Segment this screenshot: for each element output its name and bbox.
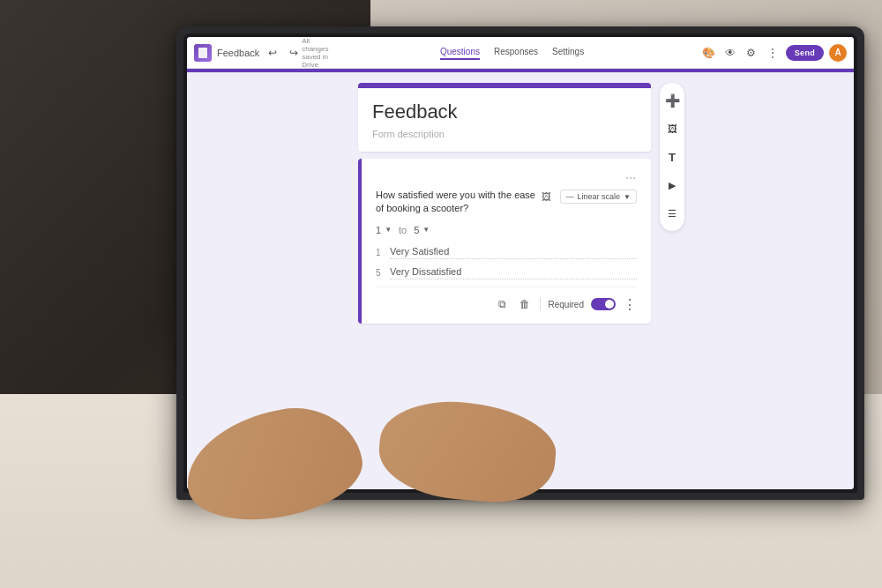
question-text[interactable]: How satisfied were you with the ease of … — [376, 189, 539, 216]
add-question-button[interactable]: ➕ — [660, 88, 684, 113]
form-title[interactable]: Feedback — [372, 100, 637, 123]
side-toolbar: ➕ 🖼 T ▶ ☰ — [654, 83, 686, 479]
question-type-dash-icon: — — [566, 192, 574, 201]
add-title-button[interactable]: T — [660, 145, 684, 169]
toolbar-card: ➕ 🖼 T ▶ ☰ — [660, 83, 684, 231]
question-image-icon[interactable]: 🖼 — [539, 189, 555, 205]
scale-to[interactable]: 5 ▼ — [414, 225, 430, 235]
add-image-button[interactable]: 🖼 — [660, 116, 684, 141]
header-tabs: Questions Responses Settings — [328, 45, 695, 60]
duplicate-icon[interactable]: ⧉ — [494, 296, 510, 312]
forms-title-text: Feedback — [217, 48, 259, 58]
laptop-body: Feedback ↩ ↪ All changes saved in Drive … — [176, 26, 864, 500]
footer-divider — [540, 297, 541, 311]
add-video-button[interactable]: ▶ — [660, 173, 684, 197]
forms-header: Feedback ↩ ↪ All changes saved in Drive … — [187, 37, 854, 69]
forms-main: Feedback Form description ⋯ How satisfie… — [187, 72, 854, 489]
scale-from-num: 1 — [376, 225, 381, 235]
send-button[interactable]: Send — [786, 45, 824, 61]
avatar[interactable]: A — [829, 44, 847, 62]
question-more-icon[interactable]: ⋯ — [625, 172, 637, 184]
required-toggle[interactable] — [591, 298, 616, 310]
delete-icon[interactable]: 🗑 — [517, 296, 533, 312]
changes-saved: All changes saved in Drive — [307, 45, 323, 61]
question-card: ⋯ How satisfied were you with the ease o… — [358, 159, 651, 324]
undo-icon[interactable]: ↩ — [265, 45, 280, 61]
scale-label-1-text[interactable]: Very Satisfied — [390, 246, 637, 259]
tab-settings[interactable]: Settings — [552, 45, 584, 60]
scale-separator: to — [399, 225, 407, 235]
scale-row: 1 ▼ to 5 ▼ — [376, 225, 637, 235]
scale-label-5-num: 5 — [376, 268, 383, 278]
scale-to-chevron: ▼ — [422, 226, 430, 234]
scale-label-5: 5 Very Dissatisfied — [376, 266, 637, 279]
tab-responses[interactable]: Responses — [494, 45, 538, 60]
question-type-select[interactable]: — Linear scale ▼ — [560, 190, 637, 204]
scale-label-1-num: 1 — [376, 248, 383, 257]
header-right: 🎨 👁 ⚙ ⋮ Send A — [701, 44, 847, 62]
form-description[interactable]: Form description — [372, 129, 637, 139]
logo-inner — [198, 48, 207, 58]
redo-icon[interactable]: ↪ — [286, 45, 302, 61]
scale-label-1: 1 Very Satisfied — [376, 246, 637, 259]
question-type-chevron: ▼ — [624, 193, 631, 201]
scale-from[interactable]: 1 ▼ — [376, 225, 392, 235]
title-card: Feedback Form description — [358, 83, 651, 152]
palette-icon[interactable]: 🎨 — [701, 45, 717, 61]
question-controls: 🖼 — Linear scale ▼ — [539, 189, 637, 205]
scale-label-5-text[interactable]: Very Dissatisfied — [390, 266, 637, 279]
scale-from-chevron: ▼ — [385, 226, 392, 234]
tab-questions[interactable]: Questions — [440, 45, 480, 60]
forms-logo — [194, 44, 212, 62]
scale-labels: 1 Very Satisfied 5 Very Dissatisfied — [376, 246, 637, 279]
scale-to-num: 5 — [414, 225, 419, 235]
add-section-button[interactable]: ☰ — [660, 201, 684, 226]
form-content-area: Feedback Form description ⋯ How satisfie… — [355, 83, 654, 479]
footer-more-icon[interactable]: ⋮ — [623, 296, 637, 313]
settings-icon[interactable]: ⚙ — [744, 45, 759, 61]
preview-icon[interactable]: 👁 — [722, 45, 738, 61]
laptop-bezel: Feedback ↩ ↪ All changes saved in Drive … — [183, 33, 857, 493]
question-footer: ⧉ 🗑 Required ⋮ — [376, 287, 637, 313]
laptop-screen: Feedback ↩ ↪ All changes saved in Drive … — [187, 37, 854, 489]
required-label: Required — [548, 300, 584, 309]
question-type-label: Linear scale — [578, 192, 621, 201]
question-header: How satisfied were you with the ease of … — [376, 189, 637, 216]
more-icon[interactable]: ⋮ — [765, 45, 781, 61]
